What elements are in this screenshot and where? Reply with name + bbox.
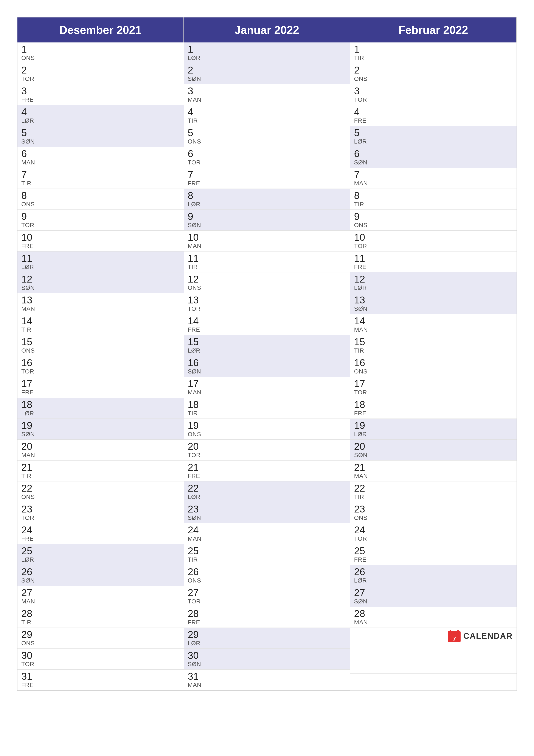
day-name: FRE xyxy=(188,326,346,333)
day-name: TIR xyxy=(21,180,180,187)
day-name: SØN xyxy=(188,514,346,521)
day-number: 4 xyxy=(188,107,346,117)
day-cell-februar-2022-16: 16ONS xyxy=(350,356,517,377)
day-number: 22 xyxy=(354,483,513,493)
day-cell-februar-2022-28: 28MAN xyxy=(350,607,517,628)
day-name: ONS xyxy=(354,75,513,82)
day-number: 20 xyxy=(21,441,180,451)
day-number: 10 xyxy=(188,232,346,242)
day-cell-desember-2021-30: 30TOR xyxy=(17,649,184,670)
day-name: TOR xyxy=(354,535,513,542)
day-number: 28 xyxy=(188,608,346,618)
day-number: 27 xyxy=(188,588,346,598)
day-number: 14 xyxy=(21,316,180,326)
day-name: LØR xyxy=(21,556,180,563)
day-number: 10 xyxy=(354,232,513,242)
day-name: SØN xyxy=(21,284,180,291)
empty-cell-2-29 xyxy=(350,644,517,659)
day-name: TOR xyxy=(21,368,180,375)
day-number: 13 xyxy=(354,295,513,305)
day-number: 25 xyxy=(354,546,513,556)
day-name: SØN xyxy=(188,75,346,82)
day-name: FRE xyxy=(21,96,180,103)
day-name: TIR xyxy=(354,494,513,500)
day-cell-februar-2022-24: 24TOR xyxy=(350,523,517,544)
day-cell-januar-2022-23: 23SØN xyxy=(184,502,350,523)
day-number: 17 xyxy=(21,379,180,389)
day-cell-februar-2022-7: 7MAN xyxy=(350,168,517,189)
day-cell-januar-2022-31: 31MAN xyxy=(184,670,350,690)
day-cell-desember-2021-14: 14TIR xyxy=(17,314,184,335)
day-number: 19 xyxy=(354,420,513,430)
day-cell-februar-2022-27: 27SØN xyxy=(350,586,517,607)
day-name: MAN xyxy=(21,598,180,605)
day-cell-desember-2021-2: 2TOR xyxy=(17,63,184,84)
day-cell-januar-2022-2: 2SØN xyxy=(184,63,350,84)
day-name: ONS xyxy=(21,640,180,647)
day-number: 29 xyxy=(188,630,346,639)
day-cell-februar-2022-13: 13SØN xyxy=(350,293,517,314)
day-name: TOR xyxy=(21,222,180,229)
day-name: FRE xyxy=(354,117,513,124)
calendar-grid: Desember 20211ONS2TOR3FRE4LØR5SØN6MAN7TI… xyxy=(17,17,517,691)
day-cell-februar-2022-9: 9ONS xyxy=(350,210,517,230)
day-number: 23 xyxy=(354,504,513,514)
day-cell-februar-2022-6: 6SØN xyxy=(350,147,517,168)
month-header-desember-2021: Desember 2021 xyxy=(17,17,184,42)
day-number: 21 xyxy=(21,462,180,472)
day-number: 28 xyxy=(21,608,180,618)
day-cell-desember-2021-12: 12SØN xyxy=(17,272,184,293)
day-name: MAN xyxy=(188,389,346,396)
day-name: LØR xyxy=(21,263,180,270)
day-number: 15 xyxy=(188,337,346,347)
day-name: FRE xyxy=(21,243,180,250)
day-cell-desember-2021-1: 1ONS xyxy=(17,42,184,63)
empty-cell-2-30 xyxy=(350,659,517,674)
month-header-februar-2022: Februar 2022 xyxy=(350,17,517,42)
day-cell-februar-2022-18: 18FRE xyxy=(350,398,517,419)
day-number: 17 xyxy=(188,379,346,389)
day-name: SØN xyxy=(354,598,513,605)
logo-text: CALENDAR xyxy=(463,632,513,641)
day-cell-desember-2021-15: 15ONS xyxy=(17,335,184,356)
day-number: 14 xyxy=(188,316,346,326)
day-name: LØR xyxy=(188,494,346,500)
day-cell-januar-2022-10: 10MAN xyxy=(184,230,350,252)
day-cell-februar-2022-12: 12LØR xyxy=(350,272,517,293)
day-name: FRE xyxy=(354,556,513,563)
day-name: ONS xyxy=(188,284,346,291)
day-cell-februar-2022-11: 11FRE xyxy=(350,252,517,272)
day-cell-februar-2022-1: 1TIR xyxy=(350,42,517,63)
day-name: LØR xyxy=(354,431,513,438)
day-number: 14 xyxy=(354,316,513,326)
day-name: FRE xyxy=(188,472,346,479)
day-cell-januar-2022-6: 6TOR xyxy=(184,147,350,168)
day-name: TOR xyxy=(354,96,513,103)
day-cell-februar-2022-14: 14MAN xyxy=(350,314,517,335)
day-number: 24 xyxy=(21,525,180,535)
day-name: MAN xyxy=(188,535,346,542)
day-cell-februar-2022-10: 10TOR xyxy=(350,230,517,252)
day-number: 5 xyxy=(354,128,513,138)
day-cell-desember-2021-5: 5SØN xyxy=(17,126,184,147)
day-cell-desember-2021-22: 22ONS xyxy=(17,481,184,502)
day-cell-desember-2021-11: 11LØR xyxy=(17,252,184,272)
day-name: TOR xyxy=(21,514,180,521)
day-name: MAN xyxy=(188,243,346,250)
day-name: TOR xyxy=(188,452,346,459)
day-name: ONS xyxy=(21,347,180,354)
day-number: 11 xyxy=(21,253,180,263)
day-name: SØN xyxy=(21,138,180,145)
day-name: LØR xyxy=(21,117,180,124)
day-cell-desember-2021-31: 31FRE xyxy=(17,670,184,690)
day-cell-februar-2022-26: 26LØR xyxy=(350,565,517,586)
svg-text:7: 7 xyxy=(453,635,456,642)
day-cell-desember-2021-28: 28TIR xyxy=(17,607,184,628)
day-cell-desember-2021-4: 4LØR xyxy=(17,105,184,126)
day-name: SØN xyxy=(188,368,346,375)
day-name: LØR xyxy=(354,138,513,145)
day-number: 2 xyxy=(188,65,346,75)
day-cell-januar-2022-24: 24MAN xyxy=(184,523,350,544)
day-number: 20 xyxy=(188,441,346,451)
day-name: ONS xyxy=(188,577,346,584)
